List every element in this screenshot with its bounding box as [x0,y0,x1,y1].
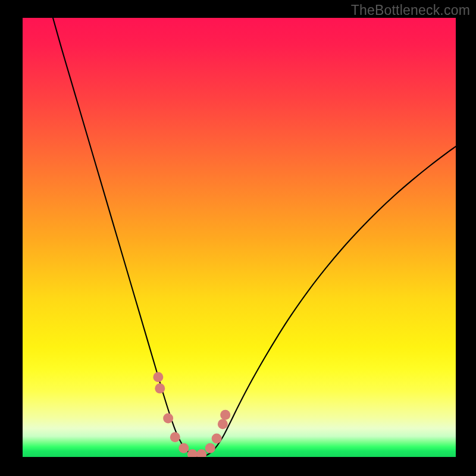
chart-svg [23,18,456,457]
dot [163,414,173,424]
chart-frame: TheBottleneck.com [0,0,476,476]
dot [205,443,215,453]
bottleneck-curve [53,18,456,457]
dot [196,449,206,457]
dot [218,419,228,429]
dot [153,372,163,382]
dot [212,434,222,444]
dot [187,449,198,457]
plot-area [23,18,456,457]
dot [155,383,165,393]
watermark-text: TheBottleneck.com [351,2,470,18]
dot [178,443,189,453]
dot [220,410,230,420]
dot [170,432,180,442]
